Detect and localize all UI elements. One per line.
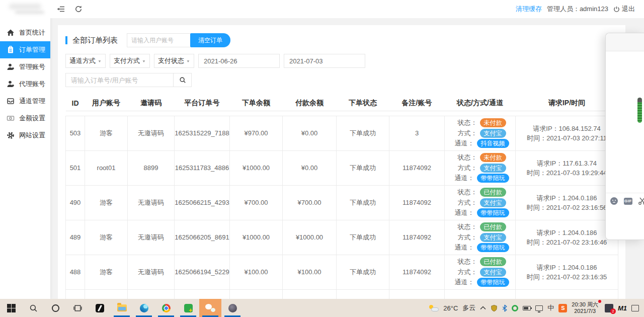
cell-remark: 11874092 xyxy=(389,150,445,185)
admin-label: 管理人员：admin123 xyxy=(547,5,608,14)
clear-orders-button[interactable]: 清空订单 xyxy=(190,33,230,47)
cell-ip-time: 请求IP：106.84.152.74 时间：2021-07-03 20:27:1… xyxy=(516,116,618,150)
sidebar-item-agent-accounts[interactable]: 代理账号 xyxy=(0,75,50,93)
cell-order-no: 1625066215_4293 xyxy=(175,185,230,220)
task-view-button[interactable] xyxy=(66,299,89,317)
system-tray: 26°C 多云 中 S 20:30 周六 2021/7/3 2 xyxy=(429,299,644,317)
taskbar-dark-app[interactable] xyxy=(221,299,244,317)
pay-status-select[interactable]: 支付状态▼ xyxy=(154,54,194,68)
action-center-icon[interactable] xyxy=(631,305,639,311)
taskbar-search-button[interactable] xyxy=(22,299,44,317)
green-app-icon xyxy=(184,304,193,312)
clear-cache-link[interactable]: 清理缓存 xyxy=(516,5,542,14)
weather-temp[interactable]: 26°C xyxy=(443,304,458,312)
sidebar-item-order-management[interactable]: 订单管理 xyxy=(0,41,50,58)
cell-order-status: 下单成功 xyxy=(337,255,389,289)
cell-order-status: 下单成功 xyxy=(337,116,389,150)
date-from-input[interactable] xyxy=(198,54,280,68)
refresh-icon[interactable] xyxy=(74,5,83,14)
weather-desc[interactable]: 多云 xyxy=(462,303,475,312)
order-row: 488 游客 无邀请码 1625066194_5229 ¥100.00 ¥100… xyxy=(66,255,618,289)
sidebar-item-admin-accounts[interactable]: 管理账号 xyxy=(0,58,50,75)
pay-method-badge: 支付宝 xyxy=(480,233,506,242)
collapse-menu-icon[interactable] xyxy=(56,5,65,14)
pay-method-select[interactable]: 支付方式▼ xyxy=(110,54,150,68)
cell-order-no: 1625066194_5229 xyxy=(175,255,230,289)
order-list-icon xyxy=(7,46,15,54)
ime-m1-indicator[interactable]: M1 xyxy=(618,304,627,312)
col-id: ID xyxy=(66,96,85,111)
taskbar-chrome[interactable] xyxy=(155,299,177,317)
cell-user: root01 xyxy=(85,150,128,185)
ime-chinese-indicator[interactable]: 中 xyxy=(547,303,554,312)
taskbar-wechat[interactable] xyxy=(199,299,221,317)
channel-badge: 带带陪玩 xyxy=(477,208,509,217)
col-invite: 邀请码 xyxy=(128,96,175,111)
sidebar-item-channel-management[interactable]: 通道管理 xyxy=(0,93,50,110)
tray-expand-chevron-icon[interactable] xyxy=(480,306,486,310)
order-search-button[interactable] xyxy=(174,73,192,87)
battery-icon[interactable] xyxy=(523,306,531,310)
taskbar-edge[interactable] xyxy=(133,299,155,317)
orders-table: ID 用户账号 邀请码 平台订单号 下单余额 付款余额 下单状态 备注/账号 状… xyxy=(65,96,618,307)
sidebar-item-site-settings[interactable]: 网站设置 xyxy=(0,127,50,144)
cell-id: 489 xyxy=(66,220,85,255)
cell-order-status: 下单成功 xyxy=(337,185,389,220)
cell-invite: 8899 xyxy=(128,150,175,185)
cell-order-no: 1625315229_7188 xyxy=(175,116,230,150)
cortana-button[interactable] xyxy=(44,299,66,317)
logout-button[interactable]: 退出 xyxy=(613,5,635,14)
cell-status-method-channel: 状态：已付款 方式：支付宝 通道：带带陪玩 xyxy=(445,185,516,220)
order-row: 490 游客 无邀请码 1625066215_4293 ¥700.00 ¥700… xyxy=(66,185,618,220)
notification-dot xyxy=(598,300,601,303)
emoji-icon[interactable] xyxy=(610,197,618,205)
pinwheel-app-icon xyxy=(96,304,104,312)
order-table-body: 503 游客 无邀请码 1625315229_7188 ¥970.00 ¥0.0… xyxy=(66,116,618,307)
page-title: 全部订单列表 xyxy=(65,36,118,44)
header-right: 清理缓存 管理人员：admin123 退出 xyxy=(516,0,635,18)
bluetooth-icon[interactable] xyxy=(502,304,507,312)
weather-icon[interactable] xyxy=(429,305,439,311)
windows-taskbar: 26°C 多云 中 S 20:30 周六 2021/7/3 2 xyxy=(0,299,644,317)
date-to-input[interactable] xyxy=(284,54,365,68)
sidebar-item-amount-settings[interactable]: 金额设置 xyxy=(0,110,50,127)
cell-status-method-channel: 状态：未付款 方式：支付宝 通道：抖音视频 xyxy=(445,116,516,150)
security-shield-icon[interactable] xyxy=(491,304,498,312)
admin-user-icon xyxy=(7,63,15,71)
user-account-input[interactable] xyxy=(127,33,190,47)
cell-order-no: 1625311783_4886 xyxy=(175,150,230,185)
cell-ip-time: 请求IP：1.204.0.186 时间：2021-07-02 23:16:56 xyxy=(516,185,618,220)
order-search-input[interactable] xyxy=(65,73,174,87)
cell-order-amount: ¥970.00 xyxy=(230,116,283,150)
taskbar-file-explorer[interactable] xyxy=(111,299,133,317)
cell-remark: 11874092 xyxy=(389,185,445,220)
cell-remark: 11874092 xyxy=(389,220,445,255)
gif-icon[interactable]: GIF xyxy=(624,197,632,205)
pay-status-badge: 已付款 xyxy=(480,188,506,197)
taskbar-green-app[interactable] xyxy=(177,299,199,317)
gear-icon xyxy=(7,131,15,139)
start-button[interactable] xyxy=(0,299,22,317)
pay-status-badge: 已付款 xyxy=(480,222,506,231)
pay-status-badge: 未付款 xyxy=(480,153,506,162)
screenshot-scissors-icon[interactable] xyxy=(638,197,644,205)
channel-badge: 抖音视频 xyxy=(477,139,509,148)
power-icon xyxy=(613,6,620,13)
wechat-window-titlebar[interactable] xyxy=(606,33,644,51)
cell-ip-time: 请求IP：1.204.0.186 时间：2021-07-02 23:16:35 xyxy=(516,255,618,289)
sogou-input-icon[interactable]: S xyxy=(558,304,567,312)
col-ip-time: 请求IP/时间 xyxy=(516,96,618,111)
network-display-icon[interactable] xyxy=(535,305,543,311)
cell-paid-amount: ¥0.00 xyxy=(283,116,337,150)
col-order-no: 平台订单号 xyxy=(175,96,230,111)
tray-app-with-badge[interactable]: 2 xyxy=(605,304,613,312)
channel-method-select[interactable]: 通道方式▼ xyxy=(65,54,106,68)
taskbar-pinwheel-app[interactable] xyxy=(89,299,111,317)
pay-status-badge: 已付款 xyxy=(480,257,506,266)
wechat-window[interactable]: GIF xyxy=(605,33,644,240)
taskbar-clock[interactable]: 20:30 周六 2021/7/3 xyxy=(572,301,600,314)
sidebar-item-home-stats[interactable]: 首页统计 xyxy=(0,24,50,41)
wechat-scrollbar-thumb[interactable] xyxy=(637,98,642,123)
cell-id: 490 xyxy=(66,185,85,220)
green-ring-icon[interactable] xyxy=(512,305,518,311)
